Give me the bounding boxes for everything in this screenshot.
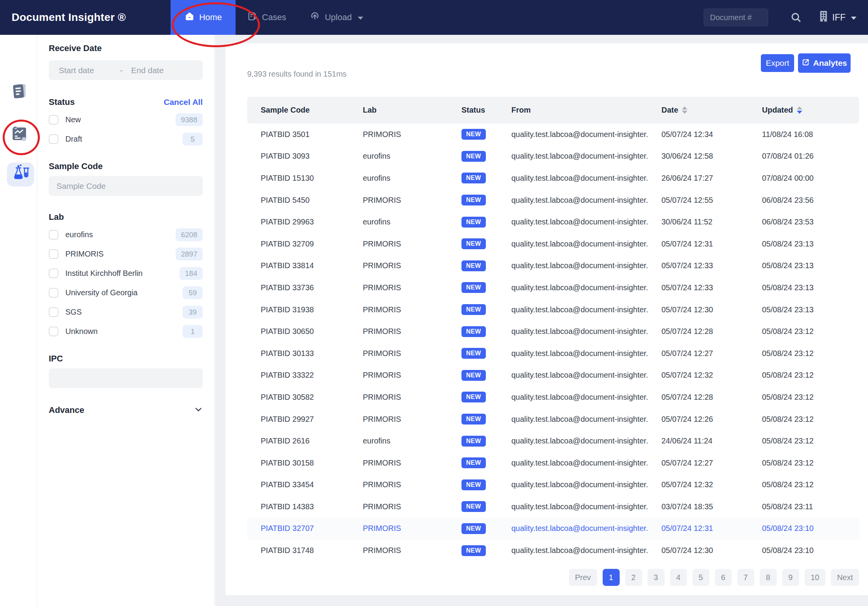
- table-row[interactable]: PIATBID 3093 eurofins NEW quality.test.l…: [247, 146, 859, 168]
- cell-updated: 05/08/24 23:10: [748, 546, 859, 555]
- lab-option-row[interactable]: Institut Kirchhoff Berlin 184: [49, 266, 203, 280]
- table-row[interactable]: PIATBID 29963 eurofins NEW quality.test.…: [247, 211, 859, 233]
- page-number-button[interactable]: 3: [648, 569, 665, 586]
- export-button[interactable]: Export: [761, 54, 794, 72]
- document-number-input[interactable]: [704, 9, 768, 26]
- table-row[interactable]: PIATBID 33454 PRIMORIS NEW quality.test.…: [247, 474, 859, 496]
- page-number-button[interactable]: 9: [782, 569, 799, 586]
- count-badge: 9388: [176, 113, 203, 126]
- nav-tabs: Home Cases Upload: [171, 0, 375, 35]
- lab-option-row[interactable]: SGS 39: [49, 305, 203, 319]
- status-option-row[interactable]: New 9388: [49, 113, 203, 127]
- cell-from: quality.test.labcoa@document-insighter.c…: [498, 437, 648, 445]
- cell-sample-code: PIATBID 33322: [247, 371, 349, 380]
- table-row[interactable]: PIATBID 32709 PRIMORIS NEW quality.test.…: [247, 233, 859, 255]
- table-row[interactable]: PIATBID 29927 PRIMORIS NEW quality.test.…: [247, 408, 859, 430]
- sidebar-item-lab-samples[interactable]: [7, 163, 34, 187]
- sort-icon-active-desc[interactable]: [797, 106, 802, 114]
- table-row[interactable]: PIATBID 32707 PRIMORIS NEW quality.test.…: [247, 518, 859, 540]
- sidebar-item-reports[interactable]: NB: [7, 123, 32, 148]
- table-row[interactable]: PIATBID 30158 PRIMORIS NEW quality.test.…: [247, 452, 859, 474]
- org-menu[interactable]: IFF: [818, 10, 857, 24]
- table-row[interactable]: PIATBID 33736 PRIMORIS NEW quality.test.…: [247, 277, 859, 299]
- analytes-button[interactable]: Analytes: [798, 53, 851, 73]
- cancel-all-link[interactable]: Cancel All: [164, 98, 203, 107]
- cell-status: NEW: [448, 217, 498, 228]
- start-date-placeholder[interactable]: Start date: [59, 66, 117, 75]
- page-number-button[interactable]: 2: [625, 569, 642, 586]
- lab-option-row[interactable]: Unknown 1: [49, 324, 203, 338]
- tab-home[interactable]: Home: [171, 0, 236, 35]
- status-option-row[interactable]: Draft 5: [49, 132, 203, 146]
- column-header-date[interactable]: Date: [648, 106, 748, 115]
- top-navbar: Document Insighter ® Home Cases Upload: [0, 0, 868, 35]
- checkbox[interactable]: [49, 249, 58, 259]
- cell-date: 30/06/24 11:52: [648, 217, 748, 226]
- page-number-button[interactable]: 4: [670, 569, 687, 586]
- table-row[interactable]: PIATBID 31938 PRIMORIS NEW quality.test.…: [247, 299, 859, 321]
- status-badge: NEW: [461, 195, 486, 205]
- lab-option-row[interactable]: University of Georgia 59: [49, 286, 203, 300]
- cell-updated: 05/08/24 23:12: [748, 393, 859, 402]
- tab-cases[interactable]: Cases: [236, 0, 297, 35]
- date-separator: -: [120, 66, 123, 75]
- table-row[interactable]: PIATBID 31748 PRIMORIS NEW quality.test.…: [247, 539, 859, 561]
- sample-code-input[interactable]: [49, 176, 203, 196]
- page-number-button[interactable]: 8: [760, 569, 777, 586]
- table-row[interactable]: PIATBID 30582 PRIMORIS NEW quality.test.…: [247, 386, 859, 408]
- page-number-button[interactable]: 10: [805, 569, 825, 586]
- sidebar-item-documents[interactable]: [7, 80, 32, 104]
- column-header-status: Status: [448, 106, 498, 115]
- checkbox[interactable]: [49, 230, 58, 240]
- search-icon[interactable]: [788, 9, 805, 26]
- advance-toggle[interactable]: Advance: [49, 405, 203, 415]
- cell-date: 03/07/24 18:35: [648, 502, 748, 511]
- table-row[interactable]: PIATBID 30133 PRIMORIS NEW quality.test.…: [247, 342, 859, 365]
- cell-sample-code: PIATBID 30650: [247, 327, 349, 336]
- filter-panel: Receive Date Start date - End date Statu…: [37, 35, 215, 606]
- lab-option-row[interactable]: PRIMORIS 2897: [49, 247, 203, 261]
- end-date-placeholder[interactable]: End date: [131, 66, 164, 75]
- checkbox[interactable]: [49, 269, 58, 278]
- table-row[interactable]: PIATBID 14383 PRIMORIS NEW quality.test.…: [247, 496, 859, 518]
- flask-icon: [10, 164, 31, 185]
- table-row[interactable]: PIATBID 15130 eurofins NEW quality.test.…: [247, 167, 859, 189]
- cell-updated: 07/08/24 00:00: [748, 174, 859, 183]
- app-title: Document Insighter ®: [12, 11, 126, 24]
- cell-from: quality.test.labcoa@document-insighter.c…: [498, 261, 648, 270]
- cell-lab: eurofins: [349, 174, 448, 183]
- cell-sample-code: PIATBID 32707: [247, 524, 349, 533]
- lab-option-row[interactable]: eurofins 6208: [49, 228, 203, 241]
- tab-upload[interactable]: Upload: [298, 0, 375, 35]
- date-range-input[interactable]: Start date - End date: [49, 60, 203, 80]
- page-number-button[interactable]: 6: [715, 569, 732, 586]
- page-number-button[interactable]: 5: [692, 569, 709, 586]
- cell-status: NEW: [448, 392, 498, 402]
- cell-updated: 05/08/24 23:12: [748, 437, 859, 445]
- table-row[interactable]: PIATBID 5450 PRIMORIS NEW quality.test.l…: [247, 189, 859, 211]
- checkbox[interactable]: [49, 134, 58, 144]
- table-row[interactable]: PIATBID 33814 PRIMORIS NEW quality.test.…: [247, 255, 859, 277]
- count-badge: 1: [183, 325, 203, 338]
- table-row[interactable]: PIATBID 2616 eurofins NEW quality.test.l…: [247, 430, 859, 452]
- page-number-button[interactable]: 1: [603, 569, 620, 586]
- table-row[interactable]: PIATBID 33322 PRIMORIS NEW quality.test.…: [247, 365, 859, 387]
- cell-lab: PRIMORIS: [349, 261, 448, 270]
- table-row[interactable]: PIATBID 30650 PRIMORIS NEW quality.test.…: [247, 320, 859, 342]
- sort-icon[interactable]: [682, 106, 687, 114]
- prev-page-button[interactable]: Prev: [569, 569, 597, 586]
- column-header-updated[interactable]: Updated: [748, 106, 859, 115]
- cell-sample-code: PIATBID 33814: [247, 261, 349, 270]
- next-page-button[interactable]: Next: [831, 569, 859, 586]
- table-row[interactable]: PIATBID 3501 PRIMORIS NEW quality.test.l…: [247, 123, 859, 146]
- ipc-input[interactable]: [49, 368, 203, 388]
- cell-date: 05/07/24 12:26: [648, 415, 748, 424]
- checkbox[interactable]: [49, 327, 58, 336]
- cell-updated: 05/08/24 23:12: [748, 480, 859, 489]
- checkbox[interactable]: [49, 307, 58, 317]
- page-number-button[interactable]: 7: [737, 569, 754, 586]
- checkbox[interactable]: [49, 288, 58, 298]
- checkbox[interactable]: [49, 115, 58, 125]
- status-badge: NEW: [461, 260, 486, 271]
- cell-date: 05/07/24 12:28: [648, 327, 748, 336]
